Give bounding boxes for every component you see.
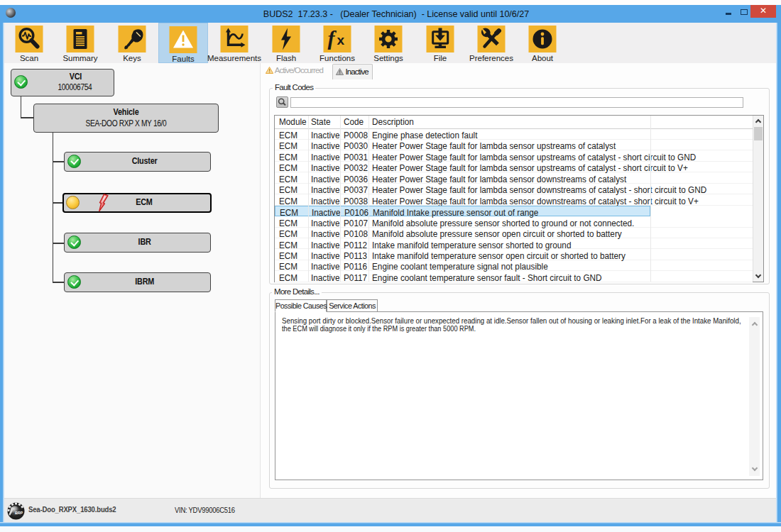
svg-text:f: f <box>328 26 337 50</box>
svg-text:x: x <box>337 33 345 48</box>
svg-text:BRP: BRP <box>15 511 23 515</box>
